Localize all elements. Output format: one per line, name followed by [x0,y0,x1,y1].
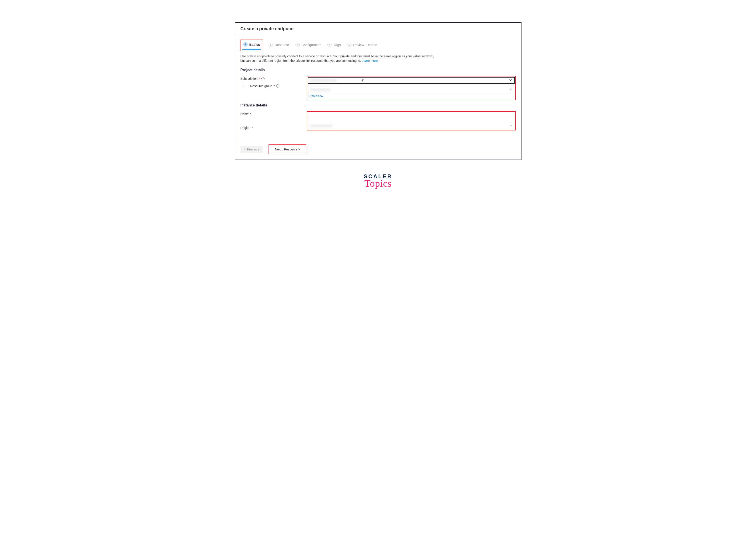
tab-number: 3 [295,43,300,47]
highlight-box-next: Next : Resource > [269,144,306,154]
tab-resource[interactable]: 2 Resource [268,41,290,49]
tab-configuration[interactable]: 3 Configuration [294,41,322,49]
required-mark: * [252,126,253,130]
cursor-icon [361,78,365,83]
redacted-value [310,79,337,82]
learn-more-link[interactable]: Learn more [362,59,378,63]
brand-line2: Topics [235,178,521,189]
tab-label: Configuration [301,43,321,47]
chevron-down-icon [509,79,512,82]
page-title: Create a private endpoint [241,26,516,31]
next-button[interactable]: Next : Resource > [270,146,305,153]
tab-label: Resource [275,43,289,47]
subscription-select[interactable] [308,77,514,83]
required-mark: * [274,84,275,88]
region-select[interactable] [308,123,514,129]
create-private-endpoint-panel: Create a private endpoint 1 Basics 2 Res… [235,22,521,160]
tab-review-create[interactable]: 5 Review + create [346,41,378,49]
required-mark: * [259,77,260,80]
info-icon[interactable]: i [276,84,279,88]
row-subscription: Subscription * i [241,75,516,102]
chevron-down-icon [509,124,512,128]
redacted-value [310,125,332,128]
tab-number: 2 [269,43,273,47]
tab-number: 4 [328,43,332,47]
label-region: Region * [241,125,307,130]
chevron-down-icon [509,88,512,91]
create-new-link[interactable]: Create new [308,93,323,98]
redacted-value [310,88,330,91]
tab-basics[interactable]: 1 Basics [242,41,261,49]
highlight-box-project-fields: Create new [307,76,516,100]
tab-label: Tags [334,43,341,47]
info-icon[interactable]: i [262,77,265,80]
required-mark: * [250,112,251,116]
form-content: Use private endpoints to privately conne… [235,51,521,140]
tab-number: 1 [243,42,248,47]
previous-button[interactable]: < Previous [241,146,264,153]
label-subscription: Subscription * i [241,76,307,80]
wizard-footer: < Previous Next : Resource > [235,140,521,160]
highlight-box-tab: 1 Basics [241,40,263,51]
highlight-box-instance-fields [307,111,516,131]
brand-watermark: SCALER Topics [235,173,521,189]
tab-label: Review + create [353,43,377,47]
name-input[interactable] [308,113,514,119]
resource-group-select[interactable] [308,87,514,93]
section-instance-details: Instance details [241,103,516,107]
label-name: Name * [241,111,307,116]
label-resource-group: Resource group * i [241,83,307,88]
section-project-details: Project details [241,68,516,72]
tab-label: Basics [249,43,260,46]
panel-header: Create a private endpoint [235,23,521,35]
wizard-tabs: 1 Basics 2 Resource 3 Configuration 4 Ta… [235,35,521,51]
tab-tags[interactable]: 4 Tags [327,41,342,49]
tab-number: 5 [347,43,351,47]
description-text: Use private endpoints to privately conne… [241,54,436,63]
